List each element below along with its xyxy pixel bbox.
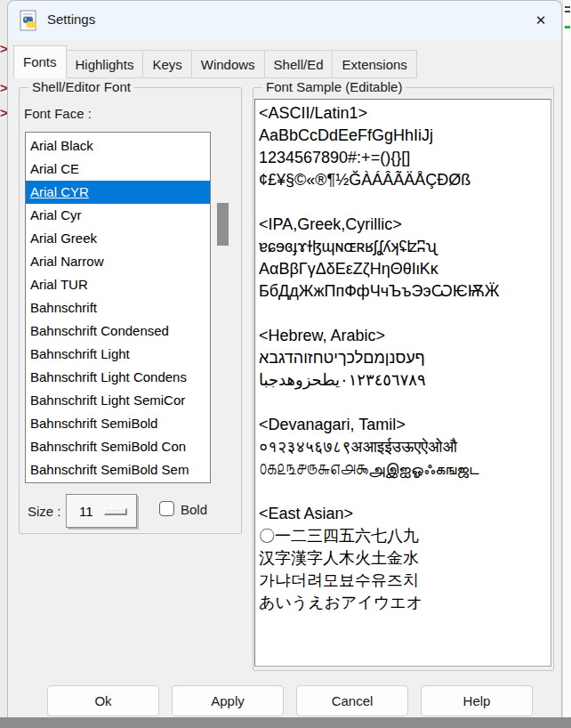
font-sample-line: אבגדהוזחטיךכלםמןנסעף [259,347,547,369]
font-list-item[interactable]: Arial TUR [26,273,210,296]
shell-editor-font-group-title: Shell/Editor Font [28,79,134,94]
background-green-mark [565,26,570,28]
background-menu-icon [565,6,570,8]
font-sample-line: БбДдЖжПпФфЧчЪъЭэѠѤѬӜ [259,280,547,303]
font-sample-line [259,392,547,414]
font-sample-line: ΑαΒβΓγΔδΕεΖζΗηΘθΙιΚκ [259,258,547,280]
font-sample-line [259,191,547,214]
help-button[interactable]: Help [421,685,533,716]
font-sample-line: ०१२३४५६७८९अआइईउऊएऐओऔ [259,436,547,458]
size-dropdown[interactable]: 11 [66,494,137,528]
font-list-item[interactable]: Bahnschrift SemiBold [26,412,210,435]
apply-button[interactable]: Apply [172,685,284,716]
font-sample-line: ابجدهوزحطي٠١٢٣٤٥٦٧٨٩ [259,369,547,392]
font-list-item[interactable]: Arial Cyr [26,204,210,227]
background-menu-icon [565,11,570,12]
dialog-button-row: OkApplyCancelHelp [47,685,533,716]
tab-highlights[interactable]: Highlights [67,50,144,78]
background-left-strip: >>> [0,0,7,717]
font-face-label: Font Face : [24,106,92,121]
cancel-button[interactable]: Cancel [296,685,408,716]
tab-shell-ed[interactable]: Shell/Ed [265,50,334,78]
font-sample-line: <ASCII/Latin1> [259,102,547,125]
background-bottom-strip [0,717,571,728]
titlebar: Settings ✕ [8,1,561,40]
font-list-scrollbar-thumb[interactable] [217,203,229,246]
window-title: Settings [47,12,95,27]
font-sample-line: あいうえおアイウエオ [259,592,547,614]
font-list-item[interactable]: Bahnschrift SemiBold Sem [26,458,210,481]
python-document-icon [17,9,40,32]
close-button[interactable]: ✕ [526,6,556,35]
size-label: Size : [28,504,61,519]
settings-dialog: Settings ✕ FontsHighlightsKeysWindowsShe… [7,0,562,717]
font-list-item[interactable]: Bahnschrift Light Condens [26,366,210,389]
font-sample-line: 汉字漢字人木火土金水 [259,547,547,570]
font-sample-line: 1234567890#:+=(){}[] [259,147,547,169]
font-list-item[interactable]: Arial CYR [26,181,210,204]
font-list-item[interactable]: Bahnschrift Condensed [26,320,210,343]
font-list-item[interactable]: Arial Narrow [26,250,210,273]
tab-keys[interactable]: Keys [143,50,191,78]
size-value: 11 [79,504,93,519]
font-list-item[interactable]: Bahnschrift Light [26,343,210,366]
font-sample-line [259,303,547,325]
font-sample-textbox[interactable]: <ASCII/Latin1>AaBbCcDdEeFfGgHhIiJj123456… [254,99,551,667]
background-right-strip [562,0,571,717]
tab-bar: FontsHighlightsKeysWindowsShell/EdExtens… [13,40,417,78]
dropdown-indicator-icon [104,508,127,515]
font-sample-line: <Devanagari, Tamil> [259,414,547,436]
font-sample-line: 가냐더려모뵤수유즈치 [259,570,547,592]
font-sample-line: <East Asian> [259,503,547,525]
font-face-listbox[interactable]: Arial BlackArial CEArial CYRArial CyrAri… [25,132,211,483]
tab-fonts[interactable]: Fonts [13,45,67,78]
font-list-item[interactable]: Bahnschrift Light SemiCor [26,389,210,412]
bold-label: Bold [181,502,207,517]
font-sample-group-title: Font Sample (Editable) [262,79,406,94]
tab-extensions[interactable]: Extensions [333,50,416,78]
font-list-item[interactable]: Arial CE [26,158,210,181]
font-sample-line: ௦௧௨௩௪௫௬௭௮௯அஇஐஓஃகஙஜட [259,458,547,481]
font-list-item[interactable]: Bahnschrift SemiBold Con [26,435,210,458]
font-list-item[interactable]: Bahnschrift [26,296,210,320]
ok-button[interactable]: Ok [47,685,159,716]
font-sample-line: <Hebrew, Arabic> [259,325,547,347]
bold-checkbox[interactable] [159,501,174,516]
font-sample-line: <IPA,Greek,Cyrillic> [259,214,547,236]
font-list-item[interactable]: Arial Black [26,134,210,158]
font-sample-line: ɐɕɘɞɟɤɫɮɰɴɶʀʁʃʆʎʞʢʫʭʯ [259,236,547,258]
font-sample-line: 〇一二三四五六七八九 [259,525,547,547]
font-sample-line [259,481,547,503]
tab-windows[interactable]: Windows [192,50,265,78]
font-sample-line: ¢£¥§©«®¶½ĞÀÁÂÃÄÅÇĐØß [259,169,547,191]
font-list-item[interactable]: Arial Greek [26,227,210,250]
font-sample-line: AaBbCcDdEeFfGgHhIiJj [259,125,547,147]
